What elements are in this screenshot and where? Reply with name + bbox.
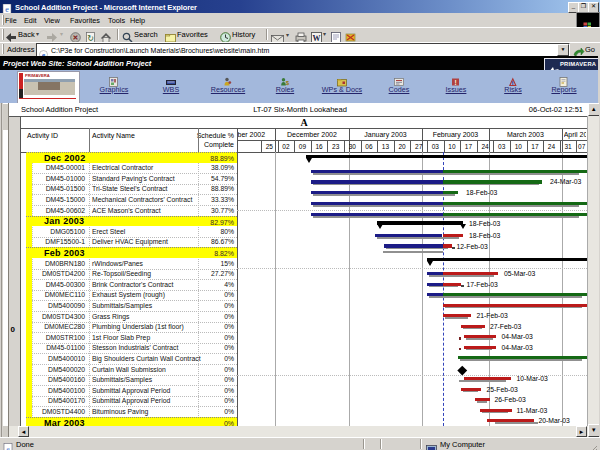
svg-text:e: e	[6, 445, 9, 450]
svg-text:✕: ✕	[73, 34, 79, 41]
